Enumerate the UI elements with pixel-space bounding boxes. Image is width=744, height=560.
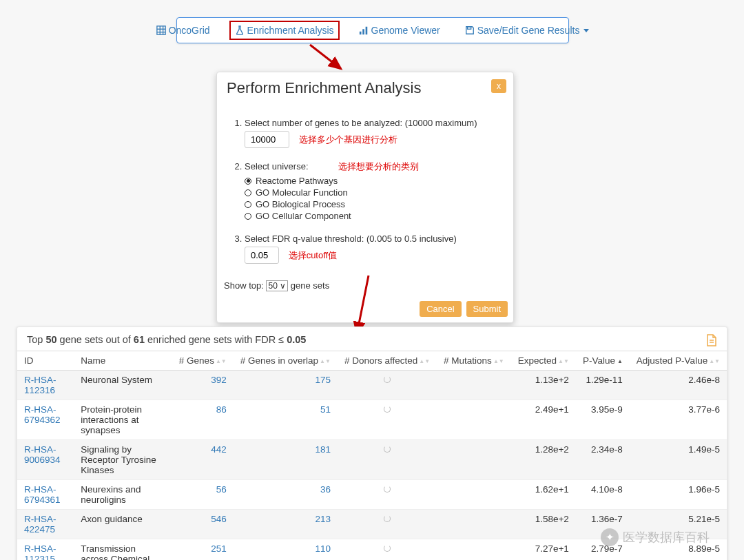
row-genes-link[interactable]: 86 [216,404,227,415]
row-genes-link[interactable]: 392 [211,375,227,385]
col-mutations[interactable]: # Mutations▲▼ [437,351,511,371]
row-expected: 1.13e+2 [511,371,576,400]
annotation-1: 选择多少个基因进行分析 [299,134,397,146]
row-overlap-link[interactable]: 181 [315,444,331,455]
radio-icon [245,178,251,185]
enrichment-tab[interactable]: Enrichment Analysis [229,21,340,40]
radio-reactome[interactable]: Reactome Pathways [245,176,501,186]
show-top-select[interactable]: 50 ∨ [266,280,288,291]
results-panel: Top 50 gene sets out of 61 enriched gene… [17,326,727,560]
row-expected: 1.58e+2 [511,510,576,539]
export-button[interactable] [706,334,717,349]
step-2: Select universe: 选择想要分析的类别 Reactome Path… [245,160,501,221]
table-header-row: ID Name # Genes▲▼ # Genes in overlap▲▼ #… [17,351,727,371]
row-overlap-link[interactable]: 36 [320,484,331,495]
watermark: ✦ 医学数据库百科 [601,528,710,546]
svg-rect-0 [157,26,165,34]
oncogrid-label: OncoGrid [169,25,210,36]
row-genes-link[interactable]: 546 [211,514,227,524]
row-mutations [437,480,511,510]
row-overlap-link[interactable]: 213 [315,514,331,524]
col-id[interactable]: ID [17,351,74,371]
annotation-3: 选择cutoff值 [289,249,338,262]
row-genes-link[interactable]: 56 [216,484,227,495]
row-expected: 2.49e+1 [511,400,576,440]
col-overlap[interactable]: # Genes in overlap▲▼ [234,351,338,371]
row-overlap-link[interactable]: 51 [320,404,331,415]
radio-icon [245,201,251,208]
radio-go-mf-label: GO Molecular Function [256,187,348,198]
caret-down-icon [583,29,589,32]
modal-body: Select number of genes to be analyzed: (… [217,100,513,280]
step-3-label: Select FDR q-value threshold: (0.005 to … [245,234,457,244]
annotation-2: 选择想要分析的类别 [338,160,419,173]
row-name: Neurexins and neuroligins [74,480,172,510]
row-expected: 1.62e+1 [511,480,576,510]
fdr-input[interactable] [245,247,279,264]
row-name: Signaling by Receptor Tyrosine Kinases [74,440,172,480]
oncogrid-tab[interactable]: OncoGrid [151,21,216,40]
modal-footer: Cancel Submit [217,297,513,322]
row-expected: 1.28e+2 [511,440,576,480]
step-1-label: Select number of genes to be analyzed: (… [245,118,477,128]
radio-go-mf[interactable]: GO Molecular Function [245,187,501,198]
row-name: Axon guidance [74,510,172,539]
cancel-button[interactable]: Cancel [420,301,461,317]
row-id-link[interactable]: R-HSA-112315 [24,543,56,560]
row-id-link[interactable]: R-HSA-112316 [24,375,56,395]
row-genes-link[interactable]: 251 [211,543,227,554]
row-id-link[interactable]: R-HSA-9006934 [24,444,61,465]
show-top-post: gene sets [291,280,329,291]
close-button[interactable]: x [491,79,506,93]
row-adj-pvalue: 1.96e-5 [630,480,727,510]
row-pvalue: 1.29e-11 [576,371,630,400]
enrichment-modal: Perform Enrichment Analysis x Select num… [216,72,514,323]
row-overlap-link[interactable]: 110 [315,543,331,554]
step-1: Select number of genes to be analyzed: (… [245,118,501,148]
table-row: R-HSA-6794361Neurexins and neuroligins56… [17,480,727,510]
row-adj-pvalue: 3.77e-6 [630,400,727,440]
watermark-text: 医学数据库百科 [623,529,710,546]
submit-button[interactable]: Submit [466,301,508,317]
bars-icon [359,25,369,35]
col-adj-pvalue[interactable]: Adjusted P-Value▲▼ [630,351,727,371]
loading-spinner-icon [384,545,391,552]
row-mutations [437,371,511,400]
genome-viewer-tab[interactable]: Genome Viewer [353,21,446,40]
svg-rect-7 [365,27,367,34]
arrow-1-icon [303,41,351,76]
file-icon [706,334,717,346]
col-expected[interactable]: Expected▲▼ [511,351,576,371]
row-id-link[interactable]: R-HSA-6794361 [24,484,61,505]
row-overlap-link[interactable]: 175 [315,375,331,385]
svg-rect-6 [362,29,364,34]
col-genes[interactable]: # Genes▲▼ [172,351,234,371]
col-name[interactable]: Name [74,351,172,371]
row-adj-pvalue: 1.49e-5 [630,440,727,480]
row-id-link[interactable]: R-HSA-422475 [24,514,56,535]
table-row: R-HSA-6794362Protein-protein interaction… [17,400,727,440]
save-edit-dropdown[interactable]: Save/Edit Gene Results [459,21,595,40]
row-expected: 7.27e+1 [511,539,576,561]
loading-spinner-icon [384,515,391,522]
radio-go-cc-label: GO Cellular Component [256,211,351,221]
loading-spinner-icon [384,376,391,383]
radio-go-bp-label: GO Biological Process [256,199,345,209]
row-name: Neuronal System [74,371,172,400]
radio-icon [245,213,251,220]
row-genes-link[interactable]: 442 [211,444,227,455]
results-summary: Top 50 gene sets out of 61 enriched gene… [17,327,727,351]
grid-icon [156,25,166,35]
show-top-pre: Show top: [224,280,264,291]
row-pvalue: 4.10e-8 [576,480,630,510]
radio-go-cc[interactable]: GO Cellular Component [245,211,501,221]
radio-icon [245,189,251,196]
genes-input[interactable] [245,131,289,148]
row-id-link[interactable]: R-HSA-6794362 [24,404,61,425]
step-2-label: Select universe: [245,161,309,172]
col-pvalue[interactable]: P-Value [576,351,630,371]
col-donors[interactable]: # Donors affected▲▼ [338,351,437,371]
svg-rect-8 [467,27,471,30]
radio-go-bp[interactable]: GO Biological Process [245,199,501,209]
row-mutations [437,440,511,480]
